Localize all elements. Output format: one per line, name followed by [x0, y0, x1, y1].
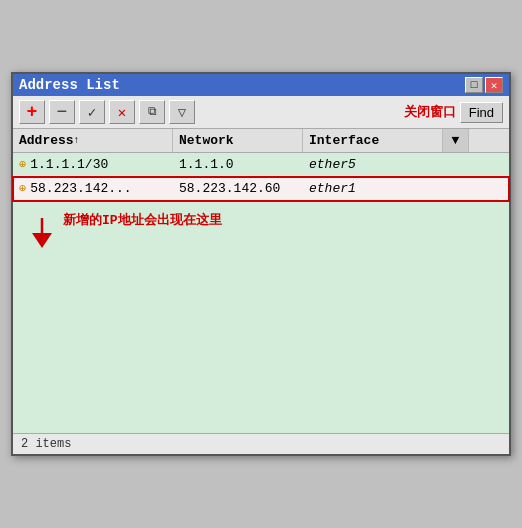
toolbar: + − ✓ ✕ ⧉ ▽ 关闭窗口 Find	[13, 96, 509, 129]
column-network: Network	[173, 129, 303, 152]
close-button[interactable]: ✕	[485, 77, 503, 93]
title-bar-buttons: □ ✕	[465, 77, 503, 93]
filter-button[interactable]: ▽	[169, 100, 195, 124]
add-button[interactable]: +	[19, 100, 45, 124]
disable-button[interactable]: ✕	[109, 100, 135, 124]
cell-address: ⊕ 58.223.142...	[13, 177, 173, 200]
cell-interface: ether1	[303, 177, 443, 200]
cell-network: 58.223.142.60	[173, 177, 303, 200]
cell-network: 1.1.1.0	[173, 153, 303, 176]
minimize-button[interactable]: □	[465, 77, 483, 93]
ip-icon: ⊕	[19, 157, 26, 172]
cell-interface: ether5	[303, 153, 443, 176]
table-row[interactable]: ⊕ 58.223.142... 58.223.142.60 ether1	[13, 177, 509, 201]
column-dropdown[interactable]: ▼	[443, 129, 469, 152]
ip-icon: ⊕	[19, 181, 26, 196]
column-interface: Interface	[303, 129, 443, 152]
close-window-label: 关闭窗口	[404, 103, 456, 121]
column-address: Address	[13, 129, 173, 152]
svg-marker-1	[32, 233, 52, 248]
cell-address: ⊕ 1.1.1.1/30	[13, 153, 173, 176]
title-bar: Address List □ ✕	[13, 74, 509, 96]
window-title: Address List	[19, 77, 120, 93]
remove-button[interactable]: −	[49, 100, 75, 124]
table-row[interactable]: ⊕ 1.1.1.1/30 1.1.1.0 ether5	[13, 153, 509, 177]
cell-extra	[443, 153, 469, 176]
table-body: ⊕ 1.1.1.1/30 1.1.1.0 ether5 ⊕ 58.223.142…	[13, 153, 509, 433]
arrow-icon	[27, 213, 57, 253]
table-header: Address Network Interface ▼	[13, 129, 509, 153]
address-list-window: Address List □ ✕ + − ✓ ✕ ⧉ ▽ 关闭窗口 Find A…	[11, 72, 511, 456]
enable-button[interactable]: ✓	[79, 100, 105, 124]
table-area: Address Network Interface ▼ ⊕ 1.1.1.1/30	[13, 129, 509, 433]
find-button[interactable]: Find	[460, 102, 503, 123]
status-bar: 2 items	[13, 433, 509, 454]
cell-extra	[443, 177, 469, 200]
annotation: 新增的IP地址会出现在这里	[13, 201, 509, 257]
copy-button[interactable]: ⧉	[139, 100, 165, 124]
